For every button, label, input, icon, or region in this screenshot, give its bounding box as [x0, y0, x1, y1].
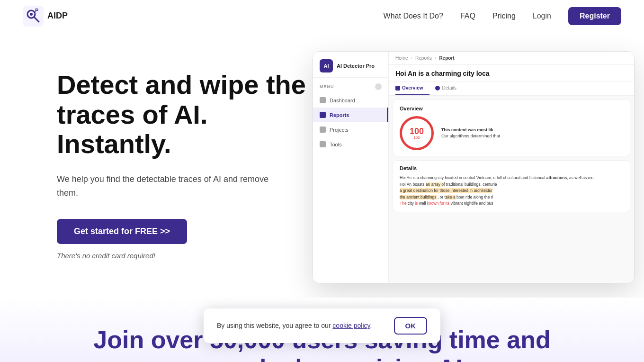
breadcrumb-reports: Reports	[415, 55, 432, 61]
hero-subtitle: We help you find the detectable traces o…	[57, 172, 284, 200]
reports-icon	[320, 112, 326, 118]
overview-tab-icon	[395, 86, 400, 90]
hero-cta-button[interactable]: Get started for FREE >>	[57, 219, 187, 244]
sidebar-menu-label: MENU	[313, 78, 388, 93]
breadcrumb-home: Home	[395, 55, 408, 61]
logo[interactable]: P AIDP	[23, 6, 68, 27]
nav-links: What Does It Do? FAQ Pricing Login Regis…	[384, 7, 621, 25]
hero-mockup: AI AI Detector Pro MENU Dashboard Report…	[313, 51, 635, 298]
settings-icon	[375, 83, 382, 90]
mockup-sidebar: AI AI Detector Pro MENU Dashboard Report…	[313, 52, 389, 283]
details-text-3: Hoi An boasts an array of traditional bu…	[400, 182, 497, 187]
cookie-text: By using this website, you agree to our …	[217, 321, 386, 331]
tab-details-label: Details	[442, 85, 456, 90]
hero-text: Detect and wipe the traces of AI. Instan…	[57, 61, 322, 260]
sidebar-item-tools[interactable]: Tools	[313, 137, 388, 152]
cookie-policy-link[interactable]: cookie policy	[332, 322, 370, 329]
score-value: 100	[410, 127, 424, 136]
logo-icon: P	[23, 6, 44, 27]
sidebar-item-reports[interactable]: Reports	[313, 108, 388, 122]
details-text-5: the ancient buildings , or take a boat r…	[400, 195, 493, 199]
nav-faq-link[interactable]: FAQ	[460, 12, 475, 20]
register-button[interactable]: Register	[568, 7, 621, 25]
breadcrumb: Home › Reports › Report	[389, 52, 634, 65]
details-tab-icon	[435, 86, 440, 90]
sidebar-item-reports-label: Reports	[330, 112, 349, 118]
app-screenshot: AI AI Detector Pro MENU Dashboard Report…	[313, 51, 635, 283]
tab-overview[interactable]: Overview	[395, 81, 429, 95]
sidebar-logo-text: AI Detector Pro	[337, 63, 375, 69]
dashboard-icon	[320, 97, 326, 103]
breadcrumb-sep-2: ›	[435, 55, 436, 61]
score-circle: 100 100	[400, 116, 434, 150]
sidebar-header: AI AI Detector Pro	[313, 52, 388, 78]
details-text-4: a great destination for those interested…	[400, 188, 492, 193]
overview-content: 100 100 This content was most lik Our al…	[400, 116, 623, 150]
overview-section-label: Overview	[400, 106, 623, 111]
details-panel: Details Hoi An is a charming city locate…	[393, 160, 630, 212]
sidebar-item-projects[interactable]: Projects	[313, 122, 388, 137]
sidebar-logo-icon: AI	[320, 59, 333, 72]
cookie-ok-button[interactable]: OK	[394, 317, 428, 335]
score-sub: 100	[413, 136, 420, 140]
svg-point-2	[30, 13, 33, 16]
svg-text:P: P	[35, 8, 38, 13]
overview-description: This content was most lik Our algorithms…	[441, 127, 500, 140]
hero-section: Detect and wipe the traces of AI. Instan…	[0, 32, 644, 298]
breadcrumb-sep-1: ›	[411, 55, 412, 61]
overview-panel: Overview 100 100 This content was most l…	[393, 100, 630, 156]
mockup-main: Home › Reports › Report Hoi An is a char…	[389, 52, 634, 283]
breadcrumb-report: Report	[439, 55, 454, 61]
nav-login-link[interactable]: Login	[533, 12, 551, 20]
tabs: Overview Details	[389, 81, 634, 96]
tab-overview-label: Overview	[402, 85, 423, 90]
page-title: Hoi An is a charming city loca	[389, 65, 634, 81]
logo-text: AIDP	[47, 11, 68, 21]
sidebar-item-dashboard[interactable]: Dashboard	[313, 93, 388, 108]
navbar: P AIDP What Does It Do? FAQ Pricing Logi…	[0, 0, 644, 32]
svg-rect-0	[23, 6, 44, 27]
sidebar-item-tools-label: Tools	[330, 142, 342, 147]
sidebar-item-dashboard-label: Dashboard	[330, 98, 355, 103]
tab-details[interactable]: Details	[435, 81, 463, 95]
hero-note: There's no credit card required!	[57, 252, 322, 260]
cookie-banner: By using this website, you agree to our …	[204, 308, 440, 343]
details-text-6: The city is well known for its vibrant n…	[400, 201, 493, 206]
nav-pricing-link[interactable]: Pricing	[492, 12, 516, 20]
hero-title: Detect and wipe the traces of AI. Instan…	[57, 70, 313, 159]
nav-what-link[interactable]: What Does It Do?	[384, 12, 443, 20]
details-text: Hoi An is a charming city located in cen…	[400, 175, 623, 207]
details-text-2: full of cultural and historical attracti…	[497, 175, 594, 180]
details-text-1: Hoi An is a charming city located in cen…	[400, 175, 496, 180]
projects-icon	[320, 127, 326, 133]
details-section-label: Details	[400, 165, 623, 171]
sidebar-item-projects-label: Projects	[330, 127, 349, 133]
tools-icon	[320, 141, 326, 147]
